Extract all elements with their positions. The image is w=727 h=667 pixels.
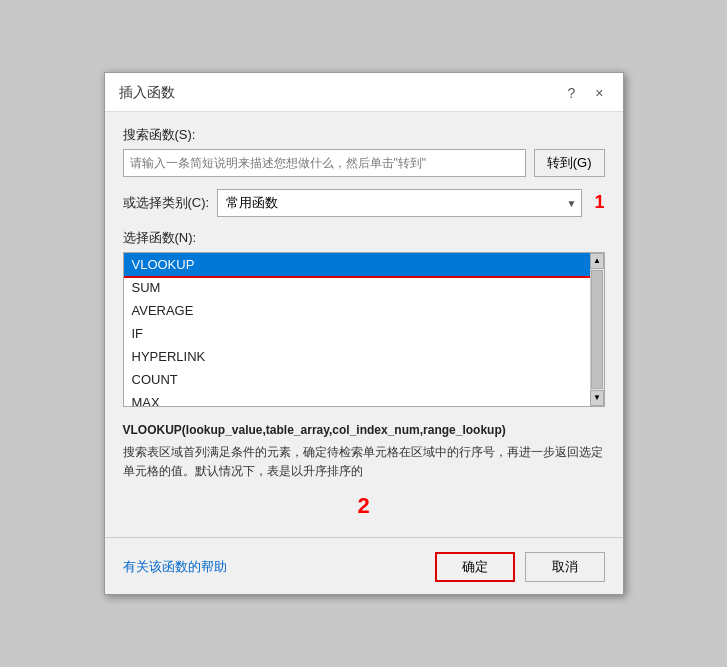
category-row: 或选择类别(C): 常用函数 全部 财务 日期与时间 数学与三角函数 统计 查找… (123, 189, 605, 217)
help-button[interactable]: ? (563, 83, 581, 103)
footer-divider (105, 537, 623, 538)
cancel-button[interactable]: 取消 (525, 552, 605, 582)
category-label: 或选择类别(C): (123, 194, 210, 212)
func-desc-area: VLOOKUP(lookup_value,table_array,col_ind… (123, 417, 605, 487)
func-description: 搜索表区域首列满足条件的元素，确定待检索单元格在区域中的行序号，再进一步返回选定… (123, 443, 605, 481)
category-select[interactable]: 常用函数 全部 财务 日期与时间 数学与三角函数 统计 查找与引用 数据库 文本… (217, 189, 582, 217)
scroll-up-btn[interactable]: ▲ (590, 253, 604, 269)
func-item-vlookup[interactable]: VLOOKUP (124, 253, 604, 276)
close-button[interactable]: × (590, 83, 608, 103)
func-item-max[interactable]: MAX (124, 391, 604, 406)
insert-function-dialog: 插入函数 ? × 搜索函数(S): 转到(G) 或选择类别(C): 常用函数 全… (104, 72, 624, 595)
ok-button[interactable]: 确定 (435, 552, 515, 582)
func-item-count[interactable]: COUNT (124, 368, 604, 391)
func-list: VLOOKUP SUM AVERAGE IF HYPERLINK COUNT M… (124, 253, 604, 406)
scrollbar[interactable]: ▲ ▼ (590, 253, 604, 406)
func-item-average[interactable]: AVERAGE (124, 299, 604, 322)
search-row: 转到(G) (123, 149, 605, 177)
dialog-title: 插入函数 (119, 84, 175, 102)
func-signature: VLOOKUP(lookup_value,table_array,col_ind… (123, 423, 605, 437)
annotation-1: 1 (594, 192, 604, 213)
search-label: 搜索函数(S): (123, 126, 605, 144)
func-item-sum[interactable]: SUM (124, 276, 604, 299)
footer: 有关该函数的帮助 确定 取消 (105, 544, 623, 594)
dialog-content: 搜索函数(S): 转到(G) 或选择类别(C): 常用函数 全部 财务 日期与时… (105, 112, 623, 531)
func-item-hyperlink[interactable]: HYPERLINK (124, 345, 604, 368)
title-controls: ? × (563, 83, 609, 103)
goto-button[interactable]: 转到(G) (534, 149, 605, 177)
search-input[interactable] (123, 149, 526, 177)
category-select-wrap: 常用函数 全部 财务 日期与时间 数学与三角函数 统计 查找与引用 数据库 文本… (217, 189, 582, 217)
footer-buttons: 确定 取消 (435, 552, 605, 582)
func-item-if[interactable]: IF (124, 322, 604, 345)
scroll-thumb[interactable] (591, 270, 603, 389)
scroll-down-btn[interactable]: ▼ (590, 390, 604, 406)
title-bar: 插入函数 ? × (105, 73, 623, 112)
annotation-2: 2 (123, 493, 605, 519)
func-list-label: 选择函数(N): (123, 229, 605, 247)
help-link[interactable]: 有关该函数的帮助 (123, 558, 227, 576)
func-list-wrap: VLOOKUP SUM AVERAGE IF HYPERLINK COUNT M… (123, 252, 605, 407)
